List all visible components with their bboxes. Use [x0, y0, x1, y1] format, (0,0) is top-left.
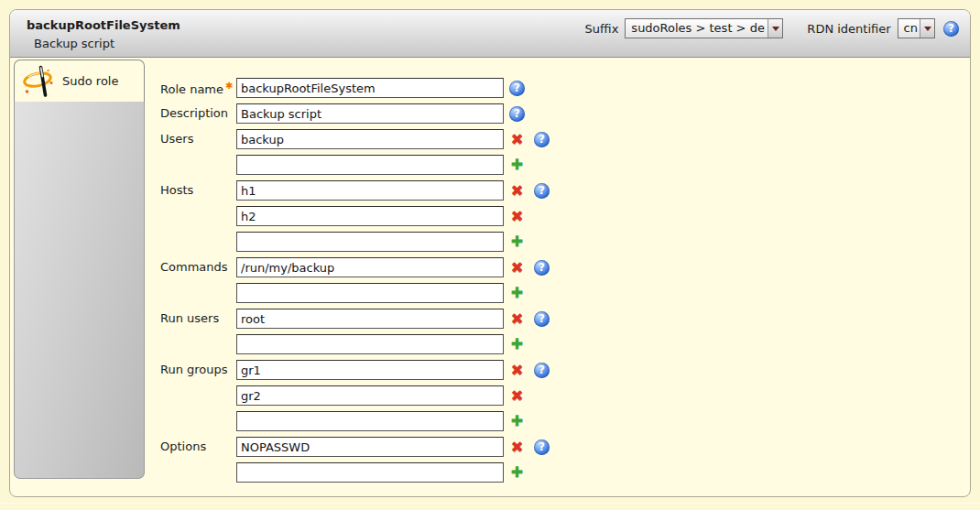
- form-row: ✚: [236, 462, 550, 483]
- field-input-hosts[interactable]: [236, 232, 504, 252]
- field-label-users: Users: [160, 129, 236, 180]
- header-bar: backupRootFileSystem Backup script Suffi…: [10, 10, 970, 58]
- field-input-run-groups[interactable]: [236, 385, 504, 406]
- chevron-down-icon[interactable]: [768, 19, 782, 38]
- rdn-select-value: cn: [898, 19, 920, 38]
- field-input-options[interactable]: [236, 462, 504, 483]
- delete-icon[interactable]: ✖: [509, 362, 525, 378]
- help-icon[interactable]: ?: [943, 21, 959, 37]
- footer-divider: [0, 503, 980, 504]
- add-icon[interactable]: ✚: [509, 413, 525, 429]
- field-input-options[interactable]: [236, 437, 504, 457]
- add-icon[interactable]: ✚: [509, 157, 525, 173]
- field-label-text: Hosts: [160, 183, 193, 197]
- header-controls: Suffix sudoRoles > test > de RDN identif…: [585, 17, 959, 39]
- field-rows-users: ✖?✚: [236, 129, 550, 180]
- form-group-run-users: Run users✖?✚: [160, 309, 550, 360]
- form-row: ✖?: [236, 309, 550, 329]
- form-row: ✖?: [236, 437, 550, 457]
- required-icon: ✱: [225, 81, 233, 91]
- delete-icon[interactable]: ✖: [509, 387, 525, 404]
- form-row: ✖?: [236, 180, 550, 201]
- field-label-text: Run users: [160, 311, 219, 325]
- field-input-run-users[interactable]: [236, 334, 504, 354]
- form-group-run-groups: Run groups✖?✖✚: [160, 360, 550, 437]
- suffix-label: Suffix: [585, 22, 619, 36]
- help-icon[interactable]: ?: [534, 363, 550, 378]
- field-input-run-groups[interactable]: [236, 360, 504, 380]
- field-label-run-users: Run users: [160, 309, 236, 360]
- sidebar: Sudo role: [14, 60, 145, 488]
- field-rows-commands: ✖?✚: [236, 257, 550, 309]
- field-label-text: Description: [160, 106, 228, 120]
- add-icon[interactable]: ✚: [509, 233, 525, 250]
- help-icon[interactable]: ?: [509, 81, 525, 96]
- field-label-role-name: Role name✱: [160, 78, 236, 103]
- delete-icon[interactable]: ✖: [509, 439, 525, 455]
- add-icon[interactable]: ✚: [509, 285, 525, 301]
- help-icon[interactable]: ?: [534, 183, 550, 199]
- add-icon[interactable]: ✚: [509, 336, 525, 353]
- help-icon[interactable]: ?: [534, 132, 550, 147]
- form-row: ✚: [236, 232, 550, 252]
- field-input-hosts[interactable]: [236, 206, 504, 226]
- field-label-text: Users: [160, 132, 193, 146]
- help-icon[interactable]: ?: [534, 439, 550, 455]
- delete-icon[interactable]: ✖: [509, 208, 525, 224]
- field-label-commands: Commands: [160, 257, 236, 309]
- suffix-select-value: sudoRoles > test > de: [626, 19, 768, 38]
- field-input-commands[interactable]: [236, 283, 504, 303]
- form-row: ✖: [236, 385, 550, 406]
- field-label-text: Role name: [160, 82, 223, 96]
- field-input-commands[interactable]: [236, 257, 504, 277]
- form-group-commands: Commands✖?✚: [160, 257, 550, 309]
- field-label-text: Options: [160, 439, 206, 453]
- field-input-run-users[interactable]: [236, 309, 504, 329]
- field-input-users[interactable]: [236, 155, 504, 175]
- rdn-select[interactable]: cn: [898, 18, 935, 38]
- field-label-description: Description: [160, 103, 236, 129]
- sudo-role-form: Role name✱?Description?Users✖?✚Hosts✖?✖✚…: [160, 58, 550, 488]
- wand-icon: [23, 65, 54, 98]
- form-group-description: Description?: [160, 103, 550, 129]
- delete-icon[interactable]: ✖: [509, 182, 525, 199]
- form-row: ✚: [236, 155, 550, 175]
- field-input-run-groups[interactable]: [236, 411, 504, 431]
- field-input-hosts[interactable]: [236, 180, 504, 201]
- delete-icon[interactable]: ✖: [509, 310, 525, 327]
- main-panel: backupRootFileSystem Backup script Suffi…: [9, 9, 971, 497]
- header-titles: backupRootFileSystem Backup script: [27, 16, 180, 57]
- field-rows-hosts: ✖?✖✚: [236, 180, 550, 257]
- add-icon[interactable]: ✚: [509, 464, 525, 481]
- form-row: ✖?: [236, 129, 550, 149]
- page-subtitle: Backup script: [34, 37, 180, 50]
- field-label-text: Commands: [160, 260, 228, 274]
- help-icon[interactable]: ?: [534, 260, 550, 276]
- form-group-users: Users✖?✚: [160, 129, 550, 180]
- help-icon[interactable]: ?: [509, 106, 525, 122]
- form-group-role-name: Role name✱?: [160, 78, 550, 103]
- suffix-select[interactable]: sudoRoles > test > de: [625, 18, 783, 38]
- delete-icon[interactable]: ✖: [509, 131, 525, 147]
- form-row: ?: [236, 103, 525, 124]
- tab-label: Sudo role: [62, 74, 118, 88]
- field-input-description[interactable]: [236, 103, 504, 124]
- form-row: ✚: [236, 334, 550, 354]
- field-input-users[interactable]: [236, 129, 504, 149]
- delete-icon[interactable]: ✖: [509, 259, 525, 276]
- tab-sudo-role[interactable]: Sudo role: [14, 60, 145, 102]
- field-label-run-groups: Run groups: [160, 360, 236, 437]
- form-row: ✚: [236, 283, 550, 303]
- help-icon[interactable]: ?: [534, 311, 550, 327]
- field-rows-run-users: ✖?✚: [236, 309, 550, 360]
- page-title: backupRootFileSystem: [27, 18, 180, 32]
- field-rows-role-name: ?: [236, 78, 525, 103]
- field-input-role-name[interactable]: [236, 78, 504, 98]
- form-row: ✖?: [236, 257, 550, 277]
- form-row: ✖?: [236, 360, 550, 380]
- form-row: ✖: [236, 206, 550, 226]
- chevron-down-icon[interactable]: [920, 19, 934, 38]
- form-group-options: Options✖?✚: [160, 437, 550, 488]
- field-rows-options: ✖?✚: [236, 437, 550, 488]
- content-area: Sudo role Role name✱?Description?Users✖?…: [10, 58, 970, 488]
